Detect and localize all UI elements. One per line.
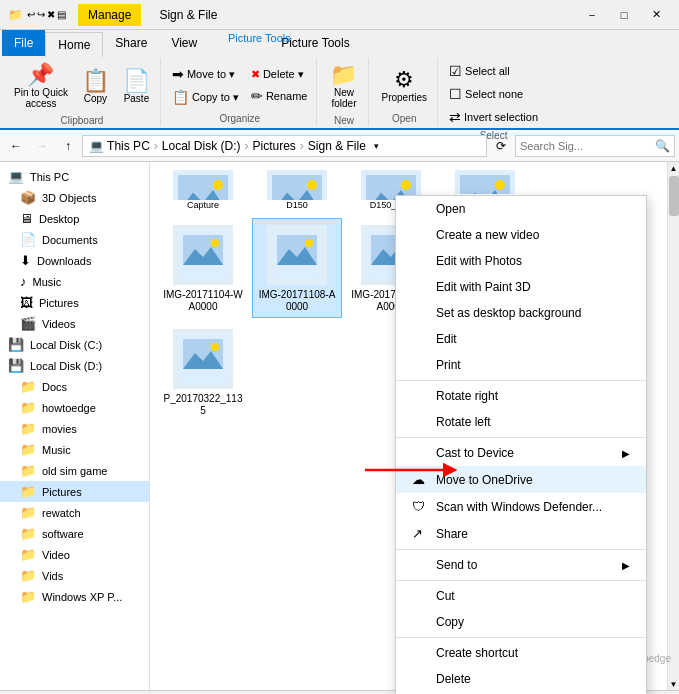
menu-item[interactable]: Create a new video <box>396 222 646 248</box>
path-local-disk[interactable]: Local Disk (D:) <box>162 139 241 153</box>
menu-item[interactable]: Print <box>396 352 646 378</box>
sidebar-item[interactable]: ♪Music <box>0 271 149 292</box>
path-sign-file[interactable]: Sign & File <box>308 139 366 153</box>
sidebar-item[interactable]: 📁howtoedge <box>0 397 149 418</box>
move-to-button[interactable]: ➡ Move to ▾ <box>167 63 244 85</box>
menu-item[interactable]: Create shortcut <box>396 640 646 666</box>
menu-item-label: Print <box>436 358 461 372</box>
menu-item[interactable]: Edit <box>396 326 646 352</box>
svg-point-11 <box>401 180 411 190</box>
file-item-partial[interactable]: Capture <box>158 170 248 210</box>
search-icon[interactable]: 🔍 <box>655 139 670 153</box>
menu-item[interactable]: Open <box>396 196 646 222</box>
menu-item[interactable]: Set as desktop background <box>396 300 646 326</box>
properties-button[interactable]: ⚙ Properties <box>375 65 433 107</box>
sidebar-item[interactable]: 📁software <box>0 523 149 544</box>
sidebar-item-label: 3D Objects <box>42 192 96 204</box>
vertical-scrollbar[interactable]: ▲ ▼ <box>667 162 679 690</box>
search-box[interactable]: 🔍 <box>515 135 675 157</box>
menu-item[interactable]: Cut <box>396 583 646 609</box>
pin-to-quick-access-button[interactable]: 📌 Pin to Quickaccess <box>8 60 74 113</box>
properties-label: Properties <box>381 92 427 103</box>
properties-icon[interactable]: ▤ <box>57 9 66 20</box>
tab-view[interactable]: View <box>159 30 209 56</box>
menu-item[interactable]: Send to▶ <box>396 552 646 578</box>
menu-item[interactable]: 🛡Scan with Windows Defender... <box>396 493 646 520</box>
invert-selection-button[interactable]: ⇄ Invert selection <box>444 106 543 128</box>
manage-tab-title[interactable]: Manage <box>78 4 141 26</box>
menu-item-label: Set as desktop background <box>436 306 581 320</box>
new-label: New <box>334 115 354 126</box>
rename-button[interactable]: ✏ Rename <box>246 85 313 107</box>
file-item[interactable]: IMG-20171108-A0000 <box>252 218 342 318</box>
sidebar-item[interactable]: ⬇Downloads <box>0 250 149 271</box>
address-path[interactable]: 💻 This PC › Local Disk (D:) › Pictures ›… <box>82 135 487 157</box>
paste-button[interactable]: 📄 Paste <box>117 66 156 108</box>
redo-icon[interactable]: ↪ <box>37 9 45 20</box>
file-item[interactable]: P_20170322_1135 <box>158 322 248 422</box>
tab-home[interactable]: Home <box>45 32 103 58</box>
scroll-thumb[interactable] <box>669 176 679 216</box>
sidebar-item-label: Pictures <box>42 486 82 498</box>
sidebar-item[interactable]: 📁Pictures <box>0 481 149 502</box>
maximize-button[interactable]: □ <box>609 5 639 25</box>
sidebar-item[interactable]: 📄Documents <box>0 229 149 250</box>
sidebar-item[interactable]: 📁old sim game <box>0 460 149 481</box>
up-button[interactable]: ↑ <box>56 134 80 158</box>
sidebar-item[interactable]: 📁Windows XP P... <box>0 586 149 607</box>
select-buttons: ☑ Select all ☐ Select none ⇄ Invert sele… <box>444 60 543 128</box>
menu-item[interactable]: ↗Share <box>396 520 646 547</box>
delete-label: Delete ▾ <box>263 68 304 81</box>
menu-item[interactable]: Edit with Photos <box>396 248 646 274</box>
grid-view-button[interactable]: ⊞ <box>647 691 671 695</box>
select-none-button[interactable]: ☐ Select none <box>444 83 543 105</box>
menu-item-label: Edit with Photos <box>436 254 522 268</box>
menu-item[interactable]: Edit with Paint 3D <box>396 274 646 300</box>
file-item[interactable]: IMG-20171104-WA0000 <box>158 218 248 318</box>
file-item-partial[interactable]: D150 <box>252 170 342 210</box>
sidebar-item[interactable]: 💾Local Disk (C:) <box>0 334 149 355</box>
sidebar-item[interactable]: 💻This PC <box>0 166 149 187</box>
sidebar-item[interactable]: 🖥Desktop <box>0 208 149 229</box>
search-input[interactable] <box>520 140 655 152</box>
path-pictures[interactable]: Pictures <box>252 139 295 153</box>
menu-item[interactable]: Delete <box>396 666 646 692</box>
sidebar-item[interactable]: 📁Music <box>0 439 149 460</box>
copy-to-button[interactable]: 📋 Copy to ▾ <box>167 86 244 108</box>
sidebar-item[interactable]: 📦3D Objects <box>0 187 149 208</box>
scroll-down-arrow[interactable]: ▼ <box>668 678 680 690</box>
tab-file[interactable]: File <box>2 30 45 56</box>
sidebar-item[interactable]: 🖼Pictures <box>0 292 149 313</box>
delete-button[interactable]: ✖ Delete ▾ <box>246 65 313 84</box>
sidebar-item[interactable]: 📁Video <box>0 544 149 565</box>
invert-label: Invert selection <box>464 111 538 123</box>
sidebar-item[interactable]: 💾Local Disk (D:) <box>0 355 149 376</box>
tab-share[interactable]: Share <box>103 30 159 56</box>
select-all-button[interactable]: ☑ Select all <box>444 60 543 82</box>
menu-item[interactable]: Rotate left <box>396 409 646 435</box>
close-button[interactable]: ✕ <box>641 5 671 25</box>
back-button[interactable]: ← <box>4 134 28 158</box>
sign-file-tab-title[interactable]: Sign & File <box>149 4 227 26</box>
menu-item[interactable]: Rotate right <box>396 383 646 409</box>
copy-button[interactable]: 📋 Copy <box>76 66 115 108</box>
sidebar-item[interactable]: 📁Vids <box>0 565 149 586</box>
refresh-button[interactable]: ⟳ <box>489 134 513 158</box>
menu-item[interactable]: Copy <box>396 609 646 635</box>
path-this-pc[interactable]: 💻 This PC <box>89 139 150 153</box>
menu-item-label: Copy <box>436 615 464 629</box>
path-dropdown-icon[interactable]: ▾ <box>374 141 379 151</box>
forward-button[interactable]: → <box>30 134 54 158</box>
delete-icon[interactable]: ✖ <box>47 9 55 20</box>
undo-icon[interactable]: ↩ <box>27 9 35 20</box>
sidebar-item[interactable]: 📁rewatch <box>0 502 149 523</box>
new-folder-button[interactable]: 📁 Newfolder <box>324 60 363 113</box>
sidebar-item[interactable]: 📁Docs <box>0 376 149 397</box>
clipboard-group: 📌 Pin to Quickaccess 📋 Copy 📄 Paste Clip… <box>4 58 161 126</box>
scroll-up-arrow[interactable]: ▲ <box>668 162 680 174</box>
copy-label: Copy <box>84 93 107 104</box>
sidebar-item[interactable]: 📁movies <box>0 418 149 439</box>
minimize-button[interactable]: − <box>577 5 607 25</box>
sidebar-item[interactable]: 🎬Videos <box>0 313 149 334</box>
organize-group: ➡ Move to ▾ 📋 Copy to ▾ ✖ Delete ▾ ✏ <box>163 58 318 126</box>
